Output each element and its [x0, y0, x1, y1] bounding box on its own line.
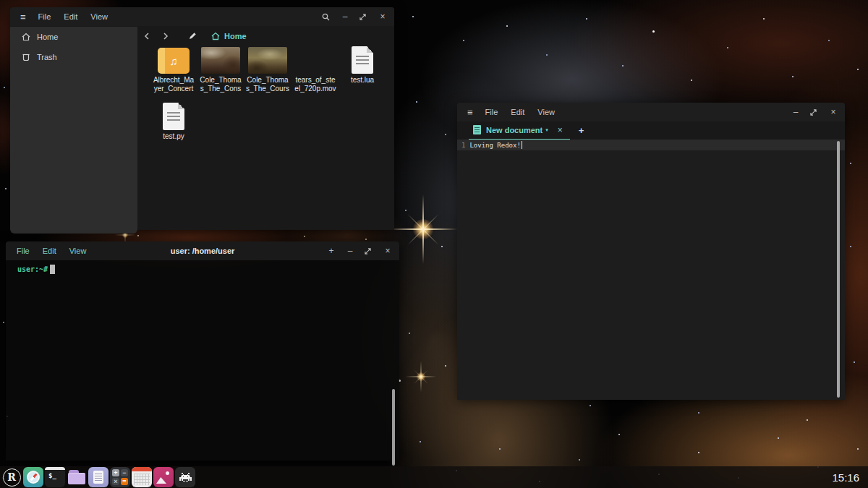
- terminal-icon: [45, 467, 65, 470]
- terminal-window: File Edit View user: /home/user + – × us…: [6, 241, 399, 461]
- image-viewer-button[interactable]: [153, 467, 174, 487]
- minimize-button[interactable]: –: [791, 103, 800, 121]
- file-menu[interactable]: File: [479, 108, 505, 116]
- maximize-button[interactable]: [359, 14, 368, 20]
- sidebar-item-label: Trash: [37, 53, 57, 61]
- file-item-cole-cons[interactable]: Cole_Thomas_The_Cons: [196, 45, 245, 93]
- hamburger-menu-icon[interactable]: ≡: [457, 107, 479, 118]
- tab-label: New document: [486, 126, 542, 134]
- terminal-cursor: [50, 265, 55, 274]
- new-tab-button[interactable]: +: [579, 125, 584, 136]
- taskbar: R $_ + − × =: [0, 466, 868, 488]
- file-name: test.py: [149, 132, 198, 141]
- close-button[interactable]: ×: [378, 7, 387, 26]
- tab-close-button[interactable]: ×: [558, 125, 563, 135]
- taskbar-clock: 15:16: [832, 466, 859, 488]
- calendar-button[interactable]: [132, 467, 152, 487]
- forward-button[interactable]: [156, 32, 175, 40]
- line-text: Loving Redox!: [469, 142, 520, 149]
- hamburger-menu-icon[interactable]: ≡: [10, 12, 32, 22]
- file-manager-sidebar: Home Trash: [10, 27, 137, 234]
- document-icon: [93, 471, 103, 484]
- trash-icon: [22, 53, 30, 61]
- minimize-button[interactable]: –: [341, 7, 349, 26]
- file-name: Cole_Thomas_The_Cours: [243, 76, 292, 93]
- edit-menu[interactable]: Edit: [57, 12, 84, 21]
- terminal-prompt: user:~#: [17, 265, 48, 273]
- view-menu[interactable]: View: [84, 12, 114, 21]
- new-tab-button[interactable]: +: [327, 241, 336, 260]
- file-item-tears-of-steel[interactable]: tears_of_steel_720p.mov: [291, 45, 340, 93]
- sidebar-item-label: Home: [37, 33, 58, 41]
- photo-icon: [166, 471, 169, 475]
- breadcrumb-label: Home: [224, 32, 247, 40]
- file-menu[interactable]: File: [32, 12, 58, 21]
- file-name: Albrecht_Mayer_Concert: [149, 76, 198, 93]
- terminal-content[interactable]: user:~#: [6, 260, 399, 461]
- starfield-bright: [0, 0, 2, 2]
- tab-new-document[interactable]: New document ▾ ×: [469, 121, 570, 140]
- file-manager-toolbar: Home: [137, 29, 394, 43]
- terminal-button[interactable]: $_: [45, 467, 65, 487]
- edit-menu[interactable]: Edit: [504, 108, 531, 116]
- file-name: tears_of_steel_720p.mov: [291, 76, 340, 93]
- view-menu[interactable]: View: [63, 247, 93, 255]
- close-button[interactable]: ×: [383, 241, 392, 260]
- breadcrumb[interactable]: Home: [211, 32, 247, 40]
- space-invader-icon: [179, 473, 192, 481]
- document-file-icon: [163, 103, 184, 130]
- calendar-icon: [132, 467, 152, 471]
- file-item-test-py[interactable]: test.py: [149, 101, 198, 141]
- sidebar-item-home[interactable]: Home: [10, 27, 137, 47]
- tab-dropdown-caret-icon[interactable]: ▾: [545, 127, 548, 133]
- file-item-cole-cours[interactable]: Cole_Thomas_The_Cours: [243, 45, 292, 93]
- editor-scrollbar[interactable]: [837, 141, 840, 398]
- file-manager-window: ≡ File Edit View – × Home: [10, 7, 394, 230]
- home-icon: [22, 33, 30, 41]
- taskbar-icons: R $_ + − × =: [0, 467, 195, 487]
- image-thumbnail: [201, 47, 240, 74]
- redox-logo-icon: R: [3, 468, 21, 487]
- editor-active-line: 1 Loving Redox!: [457, 140, 845, 150]
- calculator-icon: + − × =: [112, 469, 128, 485]
- file-item-test-lua[interactable]: test.lua: [338, 45, 387, 85]
- line-number: 1: [461, 142, 465, 149]
- text-cursor: [522, 141, 522, 149]
- search-icon[interactable]: [322, 13, 331, 21]
- sidebar-item-trash[interactable]: Trash: [10, 47, 137, 67]
- file-menu[interactable]: File: [10, 247, 36, 255]
- document-file-icon: [352, 46, 373, 74]
- editor-titlebar[interactable]: ≡ File Edit View – ×: [457, 103, 845, 121]
- calculator-button[interactable]: + − × =: [110, 467, 130, 487]
- launcher-button[interactable]: R: [1, 467, 22, 487]
- audio-file-icon: ♫: [158, 48, 190, 74]
- browser-button[interactable]: [23, 467, 43, 487]
- home-icon: [211, 32, 220, 40]
- file-item-albrecht[interactable]: ♫ Albrecht_Mayer_Concert: [149, 45, 198, 93]
- video-file-icon: [296, 47, 335, 74]
- maximize-button[interactable]: [365, 248, 373, 254]
- document-icon: [473, 125, 481, 134]
- file-name: test.lua: [338, 76, 387, 85]
- file-name: Cole_Thomas_The_Cons: [196, 76, 245, 93]
- close-button[interactable]: ×: [829, 103, 838, 121]
- minimize-button[interactable]: –: [346, 241, 354, 260]
- files-button[interactable]: [67, 467, 87, 487]
- terminal-titlebar[interactable]: File Edit View user: /home/user + – ×: [6, 241, 399, 260]
- edit-path-button[interactable]: [182, 32, 203, 40]
- terminal-scrollbar[interactable]: [392, 389, 395, 466]
- game-button[interactable]: [175, 467, 195, 487]
- maximize-button[interactable]: [810, 109, 819, 116]
- view-menu[interactable]: View: [531, 108, 561, 116]
- editor-window: ≡ File Edit View – × New document ▾ × +: [457, 103, 845, 400]
- edit-menu[interactable]: Edit: [36, 247, 63, 255]
- editor-text-area[interactable]: 1 Loving Redox!: [457, 140, 845, 400]
- desktop: ≡ File Edit View – × Home: [0, 0, 868, 488]
- file-manager-titlebar[interactable]: ≡ File Edit View – ×: [10, 7, 394, 26]
- editor-tabbar: New document ▾ × +: [457, 121, 845, 140]
- terminal-prompt-line: user:~#: [17, 265, 55, 274]
- editor-button[interactable]: [88, 467, 109, 487]
- image-thumbnail: [248, 47, 287, 74]
- back-button[interactable]: [137, 32, 156, 40]
